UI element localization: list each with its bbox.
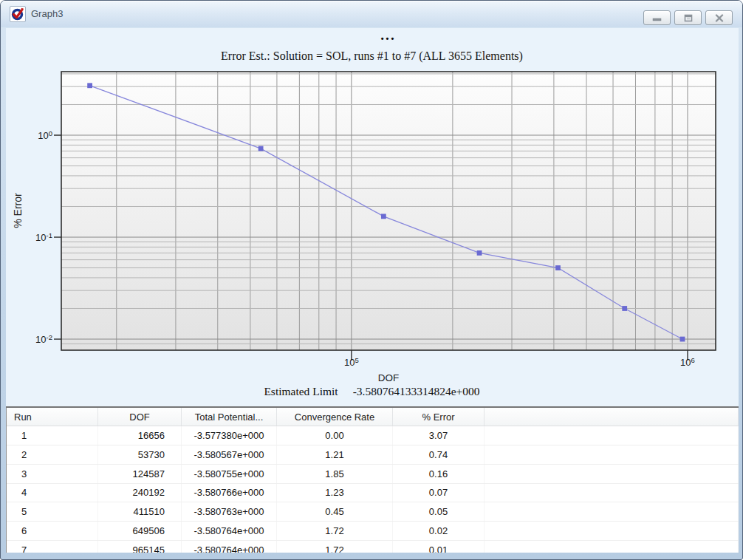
cell-pct-error: 0.05 xyxy=(393,502,485,521)
cell-convergence-rate: 1.72 xyxy=(277,541,393,553)
close-button[interactable] xyxy=(705,10,733,25)
app-icon xyxy=(10,6,26,22)
cell-run: 7 xyxy=(7,541,98,553)
close-icon xyxy=(715,14,724,22)
cell-pct-error: 0.02 xyxy=(393,522,485,540)
table-body: 116656-3.577380e+0000.003.07253730-3.580… xyxy=(7,426,739,553)
cell-dof: 411510 xyxy=(98,502,182,521)
window-controls xyxy=(643,10,733,25)
cell-run: 3 xyxy=(7,465,98,483)
column-header-total-potential[interactable]: Total Potential... xyxy=(182,408,277,426)
cell-pct-error: 0.74 xyxy=(393,445,485,464)
window-title: Graph3 xyxy=(31,1,63,27)
table-row[interactable]: 5411510-3.580763e+0000.450.05 xyxy=(7,502,739,522)
cell-convergence-rate: 1.72 xyxy=(277,522,393,540)
cell-dof: 124587 xyxy=(98,465,182,483)
graph-window: Graph3 xyxy=(0,0,743,560)
minimize-icon xyxy=(652,14,662,21)
cell-convergence-rate: 0.00 xyxy=(277,426,393,445)
cell-filler xyxy=(485,484,739,502)
cell-pct-error: 0.01 xyxy=(393,541,485,553)
minimize-button[interactable] xyxy=(643,10,671,25)
cell-filler xyxy=(485,445,739,464)
cell-filler xyxy=(485,541,739,553)
cell-dof: 53730 xyxy=(98,445,182,464)
cell-filler xyxy=(485,465,739,483)
cell-dof: 16656 xyxy=(98,426,182,445)
results-table: Run DOF Total Potential... Convergence R… xyxy=(6,408,739,553)
column-header-pct-error[interactable]: % Error xyxy=(393,408,485,426)
table-row[interactable]: 6649506-3.580764e+0001.720.02 xyxy=(7,522,739,541)
cell-total-potential: -3.580763e+000 xyxy=(182,502,277,521)
column-header-convergence-rate[interactable]: Convergence Rate xyxy=(277,408,393,426)
cell-total-potential: -3.580764e+000 xyxy=(182,522,277,540)
cell-filler xyxy=(485,522,739,540)
maximize-button[interactable] xyxy=(674,10,702,25)
cell-pct-error: 0.07 xyxy=(393,484,485,502)
cell-convergence-rate: 0.45 xyxy=(277,502,393,521)
table-row[interactable]: 116656-3.577380e+0000.003.07 xyxy=(7,426,739,445)
cell-run: 5 xyxy=(7,502,98,521)
cell-pct-error: 3.07 xyxy=(393,426,485,445)
cell-filler xyxy=(485,502,739,521)
column-header-run[interactable]: Run xyxy=(7,408,98,426)
column-header-filler xyxy=(485,408,739,426)
cell-total-potential: -3.580766e+000 xyxy=(182,484,277,502)
cell-run: 2 xyxy=(7,445,98,464)
maximize-icon xyxy=(684,14,693,22)
cell-run: 6 xyxy=(7,522,98,540)
cell-run: 1 xyxy=(7,426,98,445)
column-header-dof[interactable]: DOF xyxy=(98,408,182,426)
cell-convergence-rate: 1.23 xyxy=(277,484,393,502)
cell-total-potential: -3.580755e+000 xyxy=(182,465,277,483)
cell-filler xyxy=(485,426,739,445)
cell-pct-error: 0.16 xyxy=(393,465,485,483)
cell-total-potential: -3.580764e+000 xyxy=(182,541,277,553)
cell-total-potential: -3.577380e+000 xyxy=(182,426,277,445)
titlebar[interactable]: Graph3 xyxy=(1,1,742,27)
cell-run: 4 xyxy=(7,484,98,502)
table-row[interactable]: 253730-3.580567e+0001.210.74 xyxy=(7,445,739,465)
cell-convergence-rate: 1.21 xyxy=(277,445,393,464)
cell-total-potential: -3.580567e+000 xyxy=(182,445,277,464)
cell-dof: 965145 xyxy=(98,541,182,553)
table-header: Run DOF Total Potential... Convergence R… xyxy=(7,408,739,426)
table-row[interactable]: 4240192-3.580766e+0001.230.07 xyxy=(7,484,739,503)
chart-panel xyxy=(6,28,739,406)
table-row[interactable]: 3124587-3.580755e+0001.850.16 xyxy=(7,465,739,484)
cell-convergence-rate: 1.85 xyxy=(277,465,393,483)
table-row[interactable]: 7965145-3.580764e+0001.720.01 xyxy=(7,541,739,553)
cell-dof: 649506 xyxy=(98,522,182,540)
cell-dof: 240192 xyxy=(98,484,182,502)
